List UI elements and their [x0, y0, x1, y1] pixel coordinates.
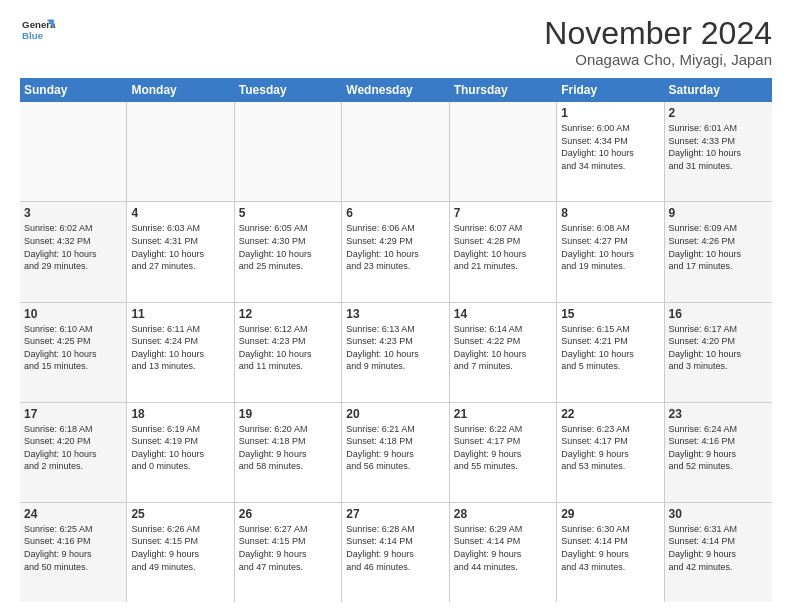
day-number-14: 14	[454, 307, 552, 321]
day-cell-28: 28Sunrise: 6:29 AM Sunset: 4:14 PM Dayli…	[450, 503, 557, 602]
day-number-12: 12	[239, 307, 337, 321]
day-info-22: Sunrise: 6:23 AM Sunset: 4:17 PM Dayligh…	[561, 423, 659, 473]
day-info-30: Sunrise: 6:31 AM Sunset: 4:14 PM Dayligh…	[669, 523, 768, 573]
day-cell-12: 12Sunrise: 6:12 AM Sunset: 4:23 PM Dayli…	[235, 303, 342, 402]
day-number-13: 13	[346, 307, 444, 321]
day-info-16: Sunrise: 6:17 AM Sunset: 4:20 PM Dayligh…	[669, 323, 768, 373]
day-cell-4: 4Sunrise: 6:03 AM Sunset: 4:31 PM Daylig…	[127, 202, 234, 301]
title-block: November 2024 Onagawa Cho, Miyagi, Japan	[544, 16, 772, 68]
day-cell-15: 15Sunrise: 6:15 AM Sunset: 4:21 PM Dayli…	[557, 303, 664, 402]
header-wednesday: Wednesday	[342, 78, 449, 102]
day-cell-9: 9Sunrise: 6:09 AM Sunset: 4:26 PM Daylig…	[665, 202, 772, 301]
day-number-21: 21	[454, 407, 552, 421]
week-row-4: 17Sunrise: 6:18 AM Sunset: 4:20 PM Dayli…	[20, 403, 772, 503]
day-cell-19: 19Sunrise: 6:20 AM Sunset: 4:18 PM Dayli…	[235, 403, 342, 502]
header-friday: Friday	[557, 78, 664, 102]
day-cell-27: 27Sunrise: 6:28 AM Sunset: 4:14 PM Dayli…	[342, 503, 449, 602]
day-info-18: Sunrise: 6:19 AM Sunset: 4:19 PM Dayligh…	[131, 423, 229, 473]
day-number-19: 19	[239, 407, 337, 421]
day-number-24: 24	[24, 507, 122, 521]
day-number-29: 29	[561, 507, 659, 521]
day-cell-5: 5Sunrise: 6:05 AM Sunset: 4:30 PM Daylig…	[235, 202, 342, 301]
page: General Blue November 2024 Onagawa Cho, …	[0, 0, 792, 612]
day-info-15: Sunrise: 6:15 AM Sunset: 4:21 PM Dayligh…	[561, 323, 659, 373]
week-row-2: 3Sunrise: 6:02 AM Sunset: 4:32 PM Daylig…	[20, 202, 772, 302]
day-number-23: 23	[669, 407, 768, 421]
location: Onagawa Cho, Miyagi, Japan	[544, 51, 772, 68]
day-number-30: 30	[669, 507, 768, 521]
day-number-11: 11	[131, 307, 229, 321]
day-number-27: 27	[346, 507, 444, 521]
day-cell-30: 30Sunrise: 6:31 AM Sunset: 4:14 PM Dayli…	[665, 503, 772, 602]
day-info-1: Sunrise: 6:00 AM Sunset: 4:34 PM Dayligh…	[561, 122, 659, 172]
header-thursday: Thursday	[450, 78, 557, 102]
day-number-2: 2	[669, 106, 768, 120]
day-info-6: Sunrise: 6:06 AM Sunset: 4:29 PM Dayligh…	[346, 222, 444, 272]
day-number-22: 22	[561, 407, 659, 421]
day-info-4: Sunrise: 6:03 AM Sunset: 4:31 PM Dayligh…	[131, 222, 229, 272]
day-cell-1: 1Sunrise: 6:00 AM Sunset: 4:34 PM Daylig…	[557, 102, 664, 201]
day-number-5: 5	[239, 206, 337, 220]
day-info-13: Sunrise: 6:13 AM Sunset: 4:23 PM Dayligh…	[346, 323, 444, 373]
day-number-18: 18	[131, 407, 229, 421]
week-row-5: 24Sunrise: 6:25 AM Sunset: 4:16 PM Dayli…	[20, 503, 772, 602]
header-sunday: Sunday	[20, 78, 127, 102]
day-cell-14: 14Sunrise: 6:14 AM Sunset: 4:22 PM Dayli…	[450, 303, 557, 402]
empty-cell-w0-d0	[20, 102, 127, 201]
empty-cell-w0-d3	[342, 102, 449, 201]
day-info-28: Sunrise: 6:29 AM Sunset: 4:14 PM Dayligh…	[454, 523, 552, 573]
day-cell-29: 29Sunrise: 6:30 AM Sunset: 4:14 PM Dayli…	[557, 503, 664, 602]
week-row-1: 1Sunrise: 6:00 AM Sunset: 4:34 PM Daylig…	[20, 102, 772, 202]
day-number-4: 4	[131, 206, 229, 220]
day-cell-3: 3Sunrise: 6:02 AM Sunset: 4:32 PM Daylig…	[20, 202, 127, 301]
day-number-6: 6	[346, 206, 444, 220]
day-info-5: Sunrise: 6:05 AM Sunset: 4:30 PM Dayligh…	[239, 222, 337, 272]
day-info-26: Sunrise: 6:27 AM Sunset: 4:15 PM Dayligh…	[239, 523, 337, 573]
day-cell-21: 21Sunrise: 6:22 AM Sunset: 4:17 PM Dayli…	[450, 403, 557, 502]
day-number-15: 15	[561, 307, 659, 321]
day-number-26: 26	[239, 507, 337, 521]
day-number-1: 1	[561, 106, 659, 120]
calendar-header: Sunday Monday Tuesday Wednesday Thursday…	[20, 78, 772, 102]
day-info-7: Sunrise: 6:07 AM Sunset: 4:28 PM Dayligh…	[454, 222, 552, 272]
week-row-3: 10Sunrise: 6:10 AM Sunset: 4:25 PM Dayli…	[20, 303, 772, 403]
day-info-24: Sunrise: 6:25 AM Sunset: 4:16 PM Dayligh…	[24, 523, 122, 573]
svg-text:Blue: Blue	[22, 30, 44, 41]
day-info-2: Sunrise: 6:01 AM Sunset: 4:33 PM Dayligh…	[669, 122, 768, 172]
day-cell-11: 11Sunrise: 6:11 AM Sunset: 4:24 PM Dayli…	[127, 303, 234, 402]
day-cell-6: 6Sunrise: 6:06 AM Sunset: 4:29 PM Daylig…	[342, 202, 449, 301]
day-info-8: Sunrise: 6:08 AM Sunset: 4:27 PM Dayligh…	[561, 222, 659, 272]
day-info-14: Sunrise: 6:14 AM Sunset: 4:22 PM Dayligh…	[454, 323, 552, 373]
day-cell-2: 2Sunrise: 6:01 AM Sunset: 4:33 PM Daylig…	[665, 102, 772, 201]
empty-cell-w0-d1	[127, 102, 234, 201]
empty-cell-w0-d4	[450, 102, 557, 201]
header: General Blue November 2024 Onagawa Cho, …	[20, 16, 772, 68]
day-info-27: Sunrise: 6:28 AM Sunset: 4:14 PM Dayligh…	[346, 523, 444, 573]
day-info-21: Sunrise: 6:22 AM Sunset: 4:17 PM Dayligh…	[454, 423, 552, 473]
day-info-3: Sunrise: 6:02 AM Sunset: 4:32 PM Dayligh…	[24, 222, 122, 272]
calendar: Sunday Monday Tuesday Wednesday Thursday…	[20, 78, 772, 602]
day-number-25: 25	[131, 507, 229, 521]
day-cell-20: 20Sunrise: 6:21 AM Sunset: 4:18 PM Dayli…	[342, 403, 449, 502]
month-title: November 2024	[544, 16, 772, 51]
day-info-25: Sunrise: 6:26 AM Sunset: 4:15 PM Dayligh…	[131, 523, 229, 573]
day-number-20: 20	[346, 407, 444, 421]
day-cell-17: 17Sunrise: 6:18 AM Sunset: 4:20 PM Dayli…	[20, 403, 127, 502]
day-number-10: 10	[24, 307, 122, 321]
empty-cell-w0-d2	[235, 102, 342, 201]
day-number-7: 7	[454, 206, 552, 220]
day-info-19: Sunrise: 6:20 AM Sunset: 4:18 PM Dayligh…	[239, 423, 337, 473]
day-cell-25: 25Sunrise: 6:26 AM Sunset: 4:15 PM Dayli…	[127, 503, 234, 602]
calendar-body: 1Sunrise: 6:00 AM Sunset: 4:34 PM Daylig…	[20, 102, 772, 602]
day-number-3: 3	[24, 206, 122, 220]
day-cell-23: 23Sunrise: 6:24 AM Sunset: 4:16 PM Dayli…	[665, 403, 772, 502]
day-cell-26: 26Sunrise: 6:27 AM Sunset: 4:15 PM Dayli…	[235, 503, 342, 602]
day-cell-24: 24Sunrise: 6:25 AM Sunset: 4:16 PM Dayli…	[20, 503, 127, 602]
day-number-8: 8	[561, 206, 659, 220]
day-cell-10: 10Sunrise: 6:10 AM Sunset: 4:25 PM Dayli…	[20, 303, 127, 402]
day-cell-22: 22Sunrise: 6:23 AM Sunset: 4:17 PM Dayli…	[557, 403, 664, 502]
logo-icon: General Blue	[20, 16, 56, 46]
day-cell-16: 16Sunrise: 6:17 AM Sunset: 4:20 PM Dayli…	[665, 303, 772, 402]
day-info-20: Sunrise: 6:21 AM Sunset: 4:18 PM Dayligh…	[346, 423, 444, 473]
day-info-23: Sunrise: 6:24 AM Sunset: 4:16 PM Dayligh…	[669, 423, 768, 473]
